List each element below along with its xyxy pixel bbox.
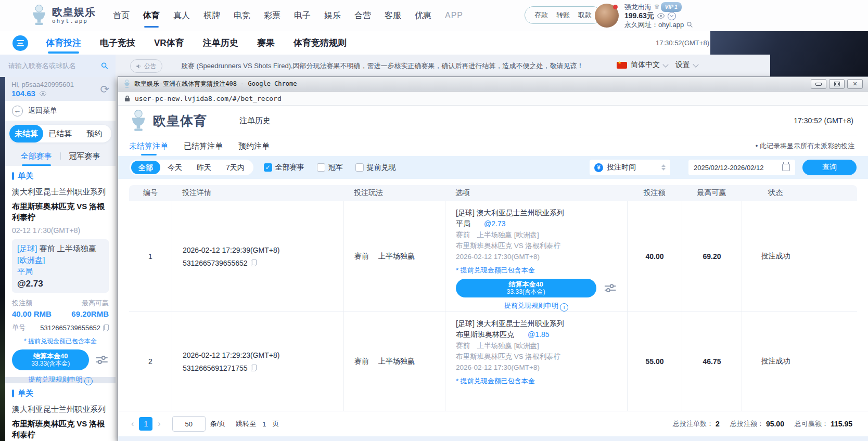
nav-live[interactable]: 真人 bbox=[172, 10, 191, 21]
option-market: 赛前 上半场独赢 [欧洲盘] bbox=[456, 229, 617, 240]
sliders-icon[interactable] bbox=[604, 283, 617, 293]
cashout-rule-link[interactable]: 提前兑现规则申明i bbox=[456, 301, 617, 312]
search-icon[interactable] bbox=[101, 62, 108, 70]
league-search-input[interactable] bbox=[7, 61, 101, 70]
minimize-button[interactable] bbox=[811, 79, 826, 89]
odds-type-tag: [欧洲盘] bbox=[17, 255, 45, 264]
refresh-icon[interactable]: ⟳ bbox=[100, 83, 109, 96]
url-search-icon[interactable] bbox=[686, 21, 693, 28]
language-selector[interactable]: 简体中文 bbox=[617, 60, 668, 70]
withdraw-button[interactable]: 取款 bbox=[578, 10, 592, 20]
query-button[interactable]: 查询 bbox=[802, 160, 857, 175]
hamburger-menu-icon[interactable] bbox=[12, 35, 28, 51]
transfer-button[interactable]: 转账 bbox=[556, 10, 570, 20]
copy-icon[interactable] bbox=[251, 260, 257, 266]
deposit-button[interactable]: 存款 bbox=[534, 10, 548, 20]
brand-logo[interactable]: 欧皇娱乐 ohyl.app bbox=[30, 4, 96, 26]
tab-reserved-orders[interactable]: 预约注单 bbox=[238, 141, 270, 151]
nav-sports[interactable]: 体育 bbox=[142, 10, 161, 21]
range-yesterday[interactable]: 昨天 bbox=[189, 161, 219, 174]
settings-label: 设置 bbox=[675, 60, 690, 70]
jump-page-value[interactable]: 1 bbox=[262, 420, 266, 428]
subnav-results[interactable]: 赛果 bbox=[257, 37, 275, 49]
nav-app[interactable]: APP bbox=[444, 11, 464, 20]
page-background-strip bbox=[0, 77, 5, 441]
sort-by-select[interactable]: ¥ 投注时间 bbox=[590, 160, 670, 175]
tab-settled-orders[interactable]: 已结算注单 bbox=[184, 141, 223, 151]
bet-amount: 55.00 bbox=[627, 312, 682, 411]
yen-icon: ¥ bbox=[594, 163, 603, 172]
nav-home[interactable]: 首页 bbox=[112, 10, 131, 21]
league-name: 澳大利亚昆士兰州职业系列 bbox=[12, 187, 109, 197]
nav-promo[interactable]: 优惠 bbox=[414, 10, 432, 21]
sports-logo-icon bbox=[129, 109, 148, 132]
tab-champion-events[interactable]: 冠军赛事 bbox=[69, 151, 100, 161]
close-button[interactable]: ✕ bbox=[847, 79, 863, 89]
range-all[interactable]: 全部 bbox=[131, 161, 160, 174]
tab-settled[interactable]: 已结算 bbox=[43, 125, 77, 142]
checkbox-unchecked-icon[interactable] bbox=[355, 163, 364, 172]
per-page-input[interactable] bbox=[172, 416, 206, 432]
tab-unsettled-orders[interactable]: 未结算注单 bbox=[129, 141, 168, 151]
option-match-time: 2026-02-12 17:30(GMT+8) bbox=[456, 251, 617, 262]
subnav-esports[interactable]: 电子竞技 bbox=[100, 37, 135, 49]
tab-all-events[interactable]: 全部赛事 bbox=[21, 151, 52, 161]
balance-dropdown-icon[interactable] bbox=[668, 12, 676, 20]
wallet-actions: 存款 转账 取款 bbox=[525, 6, 602, 24]
prev-page-icon[interactable]: ‹ bbox=[129, 419, 136, 429]
nav-lottery[interactable]: 彩票 bbox=[263, 10, 282, 21]
subnav-bet-history[interactable]: 注单历史 bbox=[203, 37, 238, 49]
option-pick: 平局 bbox=[456, 218, 470, 229]
maximize-button[interactable] bbox=[829, 79, 845, 89]
checkbox-early-cashout[interactable]: 提前兑现 bbox=[355, 163, 396, 172]
next-page-icon[interactable]: › bbox=[156, 419, 162, 429]
info-icon: i bbox=[84, 377, 93, 385]
balance-eye-icon[interactable] bbox=[657, 13, 665, 19]
pagination-bar: ‹ 1 › 条/页 跳转至 1 页 总投注单数： 2 总投注额： 95.00 总… bbox=[118, 411, 868, 436]
tab-unsettled[interactable]: 未结算 bbox=[9, 125, 43, 142]
checkbox-checked-icon[interactable]: ✓ bbox=[264, 163, 272, 172]
avatar[interactable] bbox=[595, 4, 619, 28]
sidebar-eye-icon[interactable] bbox=[39, 91, 47, 96]
nav-support[interactable]: 客服 bbox=[384, 10, 402, 21]
event-type-tabs: 全部赛事 冠军赛事 bbox=[5, 146, 116, 166]
checkbox-all-events[interactable]: ✓ 全部赛事 bbox=[264, 163, 304, 172]
date-range-input[interactable]: 2025/02/12-2026/02/12 bbox=[688, 160, 795, 175]
nav-esports[interactable]: 电竞 bbox=[233, 10, 251, 21]
range-today[interactable]: 今天 bbox=[160, 161, 189, 174]
settings-selector[interactable]: 设置 bbox=[675, 60, 698, 70]
copy-icon[interactable] bbox=[251, 365, 257, 371]
nav-affiliate[interactable]: 合营 bbox=[353, 10, 372, 21]
stake-label: 投注额 bbox=[12, 299, 32, 308]
cashout-button[interactable]: 结算本金40 33.33(含本金) bbox=[12, 349, 89, 370]
chevron-down-icon bbox=[662, 61, 668, 67]
tab-reserved[interactable]: 预约 bbox=[78, 125, 111, 142]
sidebar-user-box: Hi, p5saa420995601 104.63 ⟳ bbox=[5, 77, 116, 101]
copy-icon[interactable] bbox=[103, 325, 109, 331]
match-teams: 布里斯班奥林匹克 VS 洛根利泰柠 bbox=[12, 418, 109, 440]
checkbox-champion[interactable]: 冠军 bbox=[317, 163, 343, 172]
nav-slots[interactable]: 电子 bbox=[293, 10, 312, 21]
address-bar[interactable]: user-pc-new.lvjida8.com/#/bet_record bbox=[118, 92, 868, 106]
range-7days[interactable]: 7天内 bbox=[219, 161, 252, 174]
bet-time: 2026-02-12 17:29:39(GMT+8) bbox=[183, 246, 343, 254]
subnav-rules[interactable]: 体育竞猜规则 bbox=[293, 37, 347, 49]
option-league: [足球] 澳大利亚昆士兰州职业系列 bbox=[456, 207, 617, 218]
col-number: 编号 bbox=[129, 185, 172, 201]
option-pick: 布里斯班奥林匹克 bbox=[456, 329, 514, 340]
option-league: [足球] 澳大利亚昆士兰州职业系列 bbox=[456, 318, 617, 329]
subnav-sports-betting[interactable]: 体育投注 bbox=[46, 37, 81, 49]
match-time: 02-12 17:30(GMT+8) bbox=[12, 226, 109, 235]
sliders-icon[interactable] bbox=[95, 355, 109, 365]
brand-name: 欧皇娱乐 bbox=[52, 6, 96, 18]
back-to-menu[interactable]: ← 返回菜单 bbox=[5, 101, 116, 121]
nav-entertainment[interactable]: 娱乐 bbox=[323, 10, 342, 21]
current-page-button[interactable]: 1 bbox=[139, 417, 152, 431]
nav-cards[interactable]: 棋牌 bbox=[202, 10, 221, 21]
col-max-win: 最高可赢 bbox=[682, 185, 742, 201]
subnav-vr-sports[interactable]: VR体育 bbox=[154, 37, 184, 49]
checkbox-unchecked-icon[interactable] bbox=[317, 163, 325, 172]
window-titlebar[interactable]: 欧皇娱乐-亚洲在线体育竞猜投注408 - Google Chrome ✕ bbox=[118, 77, 868, 92]
cashout-button[interactable]: 结算本金40 33.33(含本金) bbox=[456, 279, 596, 297]
match-teams: 布里斯班奥林匹克 VS 洛根利泰柠 bbox=[12, 201, 109, 223]
